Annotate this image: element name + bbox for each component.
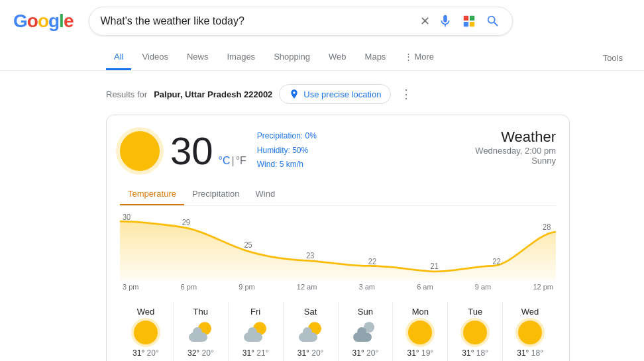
- weather-card: 30 °C | °F Precipitation: 0% Humidity: 5…: [106, 115, 570, 361]
- more-options-dots[interactable]: ⋮: [398, 84, 415, 104]
- forecast-day-name-7: Wed: [507, 307, 553, 317]
- chart-svg: 30 29 25 23 22 21 22 28: [120, 214, 556, 280]
- svg-text:23: 23: [306, 250, 314, 260]
- time-label-7: 12 pm: [533, 283, 553, 291]
- forecast-day-name-4: Sun: [343, 307, 389, 317]
- forecast-temps-6: 31° 18°: [452, 348, 498, 358]
- more-dots-icon: ⋮: [404, 52, 413, 62]
- forecast-divider-2: [283, 301, 284, 361]
- time-label-2: 9 pm: [239, 283, 254, 291]
- main-content: Results for Palpur, Uttar Pradesh 222002…: [0, 71, 644, 361]
- results-prefix: Results for: [106, 89, 147, 99]
- nav-item-shopping[interactable]: Shopping: [266, 45, 318, 70]
- nav-item-web[interactable]: Web: [321, 45, 354, 70]
- precise-location-button[interactable]: Use precise location: [279, 84, 391, 104]
- forecast-temps-1: 32° 20°: [178, 348, 224, 358]
- forecast-high-7: 31°: [517, 348, 529, 358]
- forecast-day-0[interactable]: Wed 31° 20°: [120, 301, 172, 361]
- svg-rect-2: [464, 22, 468, 26]
- time-label-1: 6 pm: [181, 283, 197, 291]
- svg-text:30: 30: [123, 214, 131, 221]
- forecast-day-3[interactable]: Sat 31° 20°: [285, 301, 337, 361]
- nav-item-more[interactable]: ⋮ More: [396, 45, 442, 70]
- forecast-divider-0: [173, 301, 174, 361]
- forecast-day-5[interactable]: Mon 31° 19°: [394, 301, 446, 361]
- search-input[interactable]: [100, 15, 413, 27]
- temperature-display: 30: [170, 129, 213, 173]
- time-label-4: 3 am: [359, 283, 375, 291]
- fahrenheit-button[interactable]: °F: [236, 155, 246, 167]
- temperature-chart: 30 29 25 23 22 21 22 28: [120, 214, 556, 280]
- svg-rect-1: [470, 16, 474, 21]
- svg-text:28: 28: [543, 223, 551, 232]
- sun-icon-large: [120, 131, 160, 171]
- forecast-high-5: 31°: [407, 348, 419, 358]
- forecast-day-name-5: Mon: [397, 307, 443, 317]
- svg-text:29: 29: [182, 217, 190, 227]
- nav-item-maps[interactable]: Maps: [357, 45, 394, 70]
- forecast-low-1: 20°: [201, 348, 213, 358]
- weather-title: Weather: [475, 129, 556, 146]
- search-button[interactable]: [484, 13, 502, 30]
- forecast-high-6: 31°: [462, 348, 474, 358]
- svg-text:22: 22: [368, 256, 376, 266]
- forecast-day-2[interactable]: Fri 31° 21°: [230, 301, 282, 361]
- forecast-high-3: 31°: [297, 348, 309, 358]
- temperature-units: °C | °F: [219, 155, 246, 167]
- mic-icon: [438, 14, 453, 28]
- nav-item-images[interactable]: Images: [219, 45, 263, 70]
- svg-text:21: 21: [431, 262, 439, 271]
- forecast-divider-3: [338, 301, 339, 361]
- search-box: ✕: [89, 7, 513, 36]
- precise-location-label: Use precise location: [303, 89, 381, 99]
- weather-details: Precipitation: 0% Humidity: 50% Wind: 5 …: [257, 129, 317, 172]
- forecast-day-name-0: Wed: [123, 307, 169, 317]
- tab-wind[interactable]: Wind: [248, 183, 284, 205]
- forecast-low-5: 19°: [421, 348, 433, 358]
- time-label-5: 6 am: [417, 283, 433, 291]
- tab-precipitation[interactable]: Precipitation: [184, 183, 248, 205]
- search-icon: [486, 14, 500, 28]
- forecast-low-2: 21°: [256, 348, 268, 358]
- nav-item-videos[interactable]: Videos: [134, 45, 176, 70]
- weather-condition: Sunny: [475, 156, 556, 166]
- tab-temperature[interactable]: Temperature: [120, 183, 184, 205]
- time-label-3: 12 am: [297, 283, 317, 291]
- forecast-temps-7: 31° 18°: [507, 348, 553, 358]
- forecast-low-7: 18°: [531, 348, 543, 358]
- svg-rect-0: [464, 16, 468, 21]
- forecast-day-name-2: Fri: [233, 307, 279, 317]
- forecast-day-1[interactable]: Thu 32° 20°: [175, 301, 227, 361]
- results-location: Palpur, Uttar Pradesh 222002: [154, 89, 272, 99]
- forecast-low-3: 20°: [311, 348, 323, 358]
- nav-item-all[interactable]: All: [106, 45, 131, 70]
- lens-button[interactable]: [460, 13, 478, 30]
- svg-text:25: 25: [244, 240, 252, 250]
- clear-button[interactable]: ✕: [420, 14, 430, 28]
- forecast-day-6[interactable]: Tue 31° 18°: [449, 301, 501, 361]
- nav-tools[interactable]: Tools: [595, 46, 631, 70]
- forecast-high-4: 31°: [352, 348, 364, 358]
- forecast-day-4[interactable]: Sun 31° 20°: [340, 301, 392, 361]
- forecast-day-7[interactable]: Wed 31° 18°: [504, 301, 556, 361]
- time-label-0: 3 pm: [123, 283, 138, 291]
- time-labels: 3 pm 6 pm 9 pm 12 am 3 am 6 am 9 am 12 p…: [120, 283, 556, 291]
- forecast-low-6: 18°: [476, 348, 488, 358]
- nav-item-news[interactable]: News: [179, 45, 217, 70]
- forecast-day-name-1: Thu: [178, 307, 224, 317]
- google-logo: Google: [13, 11, 73, 32]
- forecast-day-name-3: Sat: [288, 307, 334, 317]
- search-nav: All Videos News Images Shopping Web Maps…: [0, 42, 644, 71]
- unit-separator: |: [231, 155, 234, 167]
- forecast-divider-1: [228, 301, 229, 361]
- forecast-temps-5: 31° 19°: [397, 348, 443, 358]
- svg-text:22: 22: [492, 256, 500, 266]
- mic-button[interactable]: [437, 13, 454, 30]
- results-for-bar: Results for Palpur, Uttar Pradesh 222002…: [106, 84, 631, 104]
- celsius-button[interactable]: °C: [219, 155, 231, 167]
- forecast-high-1: 32°: [188, 348, 199, 358]
- forecast-divider-6: [502, 301, 503, 361]
- forecast-row: Wed 31° 20° Thu 32° 20° Fri 31° 21° Sat: [120, 301, 556, 361]
- forecast-low-0: 20°: [147, 348, 159, 358]
- header: Google ✕: [0, 0, 644, 42]
